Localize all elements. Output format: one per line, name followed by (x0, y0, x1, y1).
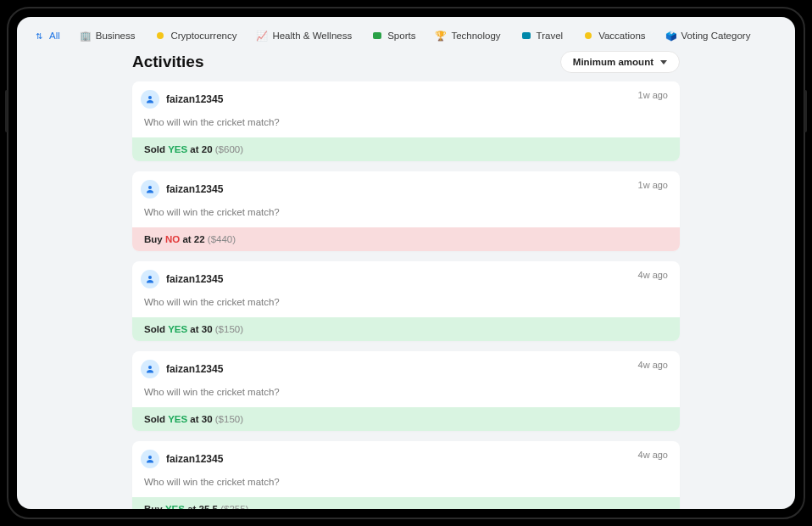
activity-question: Who will win the cricket match? (132, 109, 680, 137)
user-block[interactable]: faizan12345 (141, 450, 223, 468)
timestamp: 1w ago (638, 90, 668, 100)
tab-label: Cryptocurrency (170, 31, 236, 41)
svg-point-4 (148, 456, 152, 459)
username: faizan12345 (166, 273, 223, 285)
activity-list: faizan123451w agoWho will win the cricke… (132, 81, 680, 509)
trade-price: 30 (202, 324, 213, 334)
category-tab-all[interactable]: ⇅All (25, 25, 69, 46)
sports-icon (372, 31, 382, 41)
trade-action: Sold (144, 324, 165, 334)
minimum-amount-filter[interactable]: Minimum amount (560, 51, 680, 73)
trade-amount: ($150) (215, 324, 243, 334)
user-block[interactable]: faizan12345 (141, 360, 223, 378)
trade-side: YES (168, 144, 187, 154)
timestamp: 4w ago (638, 270, 668, 280)
travel-icon (521, 31, 531, 41)
svg-point-3 (148, 366, 152, 369)
avatar (141, 450, 159, 468)
vacation-icon (583, 31, 593, 41)
trade-side: NO (165, 234, 180, 244)
trade-action: Buy (144, 234, 163, 244)
trade-price: 20 (202, 144, 213, 154)
trade-bar: Buy YES at 25.5 ($255) (132, 497, 680, 509)
avatar (141, 360, 159, 378)
trade-amount: ($150) (215, 414, 243, 424)
tab-label: All (49, 31, 60, 41)
category-tab-technology[interactable]: 🏆Technology (427, 25, 509, 46)
trade-action: Sold (144, 144, 165, 154)
tablet-frame: ⇅All🏢BusinessCryptocurrency📈Health & Wel… (5, 5, 807, 521)
activity-question: Who will win the cricket match? (132, 378, 680, 407)
tab-label: Technology (451, 31, 500, 41)
activity-card-header: faizan123454w ago (132, 261, 680, 288)
activity-card[interactable]: faizan123451w agoWho will win the cricke… (132, 81, 680, 161)
user-block[interactable]: faizan12345 (141, 180, 223, 199)
category-tab-vaccations[interactable]: Vaccations (575, 25, 653, 46)
trade-amount: ($600) (215, 144, 243, 154)
avatar (141, 180, 159, 199)
trade-bar: Sold YES at 30 ($150) (132, 317, 680, 341)
category-tab-travel[interactable]: Travel (513, 25, 572, 46)
trade-at-word: at (190, 144, 198, 154)
device-side-button-right (804, 90, 807, 132)
timestamp: 1w ago (638, 180, 668, 190)
activity-card-header: faizan123454w ago (132, 351, 680, 378)
category-tab-health-wellness[interactable]: 📈Health & Wellness (248, 25, 360, 46)
trade-price: 25.5 (199, 504, 218, 509)
trade-at-word: at (182, 234, 191, 244)
trade-side: YES (168, 324, 187, 334)
vote-icon: 🗳️ (666, 31, 676, 41)
device-side-button-left (5, 90, 8, 132)
timestamp: 4w ago (638, 450, 668, 460)
trade-at-word: at (190, 414, 198, 424)
activity-card[interactable]: faizan123451w agoWho will win the cricke… (132, 171, 680, 251)
category-tab-voting-category[interactable]: 🗳️Voting Category (658, 25, 759, 46)
coin-icon (155, 31, 165, 41)
business-icon: 🏢 (81, 31, 91, 41)
avatar (141, 90, 159, 109)
category-tab-cryptocurrency[interactable]: Cryptocurrency (147, 25, 245, 46)
username: faizan12345 (166, 363, 223, 375)
trade-side: YES (165, 504, 185, 509)
trade-at-word: at (190, 324, 198, 334)
tab-label: Voting Category (681, 31, 751, 41)
category-tab-sports[interactable]: Sports (364, 25, 424, 46)
activity-card-header: faizan123454w ago (132, 441, 680, 468)
activity-question: Who will win the cricket match? (132, 288, 680, 317)
tab-label: Sports (387, 31, 415, 41)
trade-price: 22 (194, 234, 205, 244)
chevron-down-icon (660, 60, 667, 64)
trade-bar: Sold YES at 30 ($150) (132, 407, 680, 431)
trade-amount: ($440) (208, 234, 236, 244)
category-tabs: ⇅All🏢BusinessCryptocurrency📈Health & Wel… (17, 17, 795, 46)
user-block[interactable]: faizan12345 (141, 90, 223, 109)
user-block[interactable]: faizan12345 (141, 270, 223, 288)
username: faizan12345 (166, 453, 223, 465)
svg-point-1 (148, 186, 152, 189)
activity-question: Who will win the cricket match? (132, 468, 680, 497)
trade-action: Buy (144, 504, 163, 509)
svg-point-0 (148, 96, 152, 99)
username: faizan12345 (166, 183, 223, 195)
svg-point-2 (148, 276, 152, 279)
activity-card-header: faizan123451w ago (132, 81, 680, 109)
page-header: Activities Minimum amount (132, 51, 680, 73)
tab-label: Business (96, 31, 136, 41)
activity-card[interactable]: faizan123454w agoWho will win the cricke… (132, 351, 680, 431)
trade-bar: Buy NO at 22 ($440) (132, 227, 680, 251)
app-screen: ⇅All🏢BusinessCryptocurrency📈Health & Wel… (17, 17, 795, 509)
trade-at-word: at (187, 504, 196, 509)
trade-amount: ($255) (220, 504, 248, 509)
category-tab-business[interactable]: 🏢Business (72, 25, 144, 46)
tab-label: Travel (537, 31, 564, 41)
minimum-amount-label: Minimum amount (573, 57, 653, 67)
activity-card[interactable]: faizan123454w agoWho will win the cricke… (132, 261, 680, 341)
activity-card[interactable]: faizan123454w agoWho will win the cricke… (132, 441, 680, 509)
tab-label: Health & Wellness (272, 31, 352, 41)
activity-question: Who will win the cricket match? (132, 199, 680, 227)
page-title: Activities (132, 53, 203, 71)
trade-price: 30 (202, 414, 213, 424)
avatar (141, 270, 159, 288)
content-area: Activities Minimum amount faizan123451w … (17, 46, 795, 509)
trade-bar: Sold YES at 20 ($600) (132, 137, 680, 161)
